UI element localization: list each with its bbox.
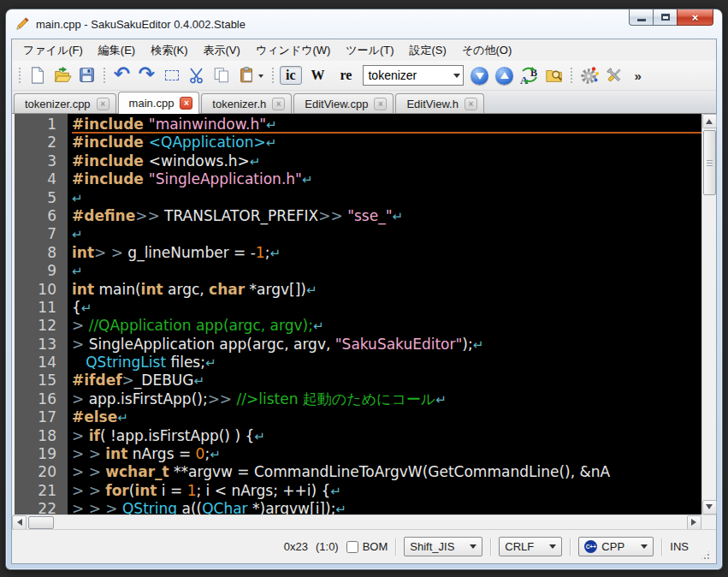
bom-checkbox-group[interactable]: BOM [346, 540, 388, 553]
filetype-select[interactable]: C++ CPP [578, 537, 654, 556]
code-line-18: > if( !app.isFirstApp() ) {↵ [72, 427, 701, 445]
code-line-10: int main(int argc, char *argv[])↵ [72, 281, 701, 299]
cut-button[interactable] [185, 64, 208, 87]
tab-tokenizer.h[interactable]: tokenizer.h× [201, 93, 292, 113]
encoding-select[interactable]: Shift_JIS [404, 537, 482, 556]
eol-select[interactable]: CRLF [499, 537, 562, 556]
arrow-up-circle-icon [495, 67, 513, 85]
return-mark: ↵ [205, 355, 216, 371]
search-dropdown-arrow[interactable] [450, 66, 463, 85]
paste-button[interactable] [234, 64, 267, 87]
line-number: 20 [15, 463, 68, 481]
tab-close-icon[interactable]: × [272, 98, 285, 110]
toolbar-overflow-chevron[interactable]: » [629, 68, 646, 83]
tab-close-icon[interactable]: × [374, 98, 387, 110]
menu-item-6[interactable]: ツール(T) [338, 40, 401, 61]
line-number: 7 [15, 225, 68, 243]
title-bar[interactable]: main.cpp - SakuSakuEditor 0.4.002.Stable… [6, 9, 722, 39]
tab-main.cpp[interactable]: main.cpp× [118, 92, 200, 114]
menu-item-3[interactable]: 検索(K) [143, 40, 195, 61]
menu-item-4[interactable]: 表示(V) [196, 40, 248, 61]
menu-item-8[interactable]: その他(O) [454, 40, 519, 61]
tab-EditView.cpp[interactable]: EditView.cpp× [293, 93, 394, 113]
menu-item-1[interactable]: ファイル(F) [15, 40, 91, 61]
tab-close-icon[interactable]: × [180, 97, 192, 110]
find-in-files-button[interactable] [542, 64, 565, 87]
tab-close-icon[interactable]: × [465, 98, 477, 110]
minimize-button[interactable] [629, 9, 654, 26]
line-number: 8 [15, 244, 68, 262]
line-number: 6 [15, 207, 68, 225]
undo-button[interactable]: ↶ [110, 64, 133, 87]
ignore-case-toggle[interactable]: ic [280, 66, 302, 85]
code-line-11: {↵ [72, 299, 701, 317]
new-file-button[interactable] [26, 64, 49, 87]
line-number: 19 [15, 445, 68, 463]
cpp-icon: C++ [584, 540, 597, 553]
close-button[interactable]: × [677, 9, 713, 26]
redo-button[interactable]: ↷ [135, 64, 158, 87]
regex-toggle[interactable]: re [334, 66, 358, 85]
toolbar-drag-handle[interactable] [103, 66, 106, 85]
toolbar-drag-handle[interactable] [271, 66, 275, 85]
code-line-14: QStringList files;↵ [72, 354, 701, 372]
code-line-2: #include <QApplication>↵ [72, 134, 701, 152]
return-mark: ↵ [473, 337, 484, 353]
vscroll-thumb[interactable] [703, 130, 716, 195]
code-line-22: > > > QString a((QChar *)argvw[i]);↵ [72, 500, 701, 515]
settings-gear-button[interactable] [577, 64, 601, 87]
save-button[interactable] [75, 64, 98, 87]
return-mark: ↵ [335, 502, 346, 515]
menu-item-7[interactable]: 設定(S) [402, 40, 454, 61]
code-line-8: int> > g_lineNumber = -1;↵ [72, 244, 701, 262]
tab-close-icon[interactable]: × [97, 98, 109, 110]
line-number: 22 [15, 500, 68, 515]
bom-checkbox[interactable] [346, 541, 358, 553]
find-prev-button[interactable] [493, 64, 516, 87]
toolbar-drag-handle[interactable] [18, 66, 21, 85]
tab-EditView.h[interactable]: EditView.h× [395, 93, 483, 113]
search-input[interactable] [364, 66, 450, 85]
paste-dropdown-arrow[interactable] [258, 74, 263, 80]
menu-item-2[interactable]: 編集(E) [91, 40, 143, 61]
arrow-left-icon [14, 519, 22, 526]
open-file-button[interactable] [50, 64, 74, 87]
code-pane[interactable]: #include "mainwindow.h"↵#include <QAppli… [68, 114, 701, 515]
search-combobox[interactable] [363, 65, 464, 86]
scroll-left-button[interactable] [12, 515, 27, 530]
arrow-down-circle-icon [471, 67, 488, 85]
tab-label: tokenizer.h [212, 98, 266, 110]
scroll-down-button[interactable] [702, 500, 717, 515]
vertical-scrollbar[interactable] [701, 114, 716, 515]
redo-icon: ↷ [139, 64, 155, 84]
line-number-gutter: 12345678910111213141516171819202122 [15, 114, 68, 515]
hscroll-thumb[interactable] [28, 516, 54, 529]
line-number: 18 [15, 427, 68, 445]
code-line-21: > > for(int i = 1; i < nArgs; ++i) {↵ [72, 482, 701, 500]
rect-select-button[interactable] [160, 64, 183, 87]
horizontal-scrollbar[interactable] [12, 515, 701, 529]
return-mark: ↵ [269, 246, 281, 261]
find-next-button[interactable] [468, 64, 491, 87]
scrollbar-corner [701, 515, 716, 529]
maximize-button[interactable] [653, 9, 678, 26]
code-line-5: ↵ [72, 189, 701, 207]
return-mark: ↵ [72, 191, 83, 206]
copy-button[interactable] [210, 64, 233, 87]
tools-button[interactable] [602, 64, 625, 87]
menu-item-5[interactable]: ウィンドウ(W) [248, 40, 338, 61]
tab-tokenizer.cpp[interactable]: tokenizer.cpp× [14, 93, 116, 113]
statusbar-separator [395, 538, 396, 556]
replace-button[interactable]: A B [518, 64, 541, 87]
whole-word-toggle[interactable]: W [305, 66, 331, 85]
scroll-right-button[interactable] [687, 515, 701, 530]
status-bar: 0x23 (1:0) BOM Shift_JIS CRLF C++ CPP [12, 529, 716, 563]
line-number: 5 [15, 189, 68, 207]
arrow-up-icon [706, 116, 713, 124]
resize-grip[interactable] [700, 550, 711, 561]
scroll-up-button[interactable] [702, 114, 717, 128]
code-line-6: #define>> TRANSLATOR_PREFIX>> "sse_"↵ [72, 207, 701, 225]
wrench-screwdriver-icon [605, 66, 624, 85]
toolbar-drag-handle[interactable] [570, 66, 573, 85]
chevron-down-icon [470, 544, 476, 552]
